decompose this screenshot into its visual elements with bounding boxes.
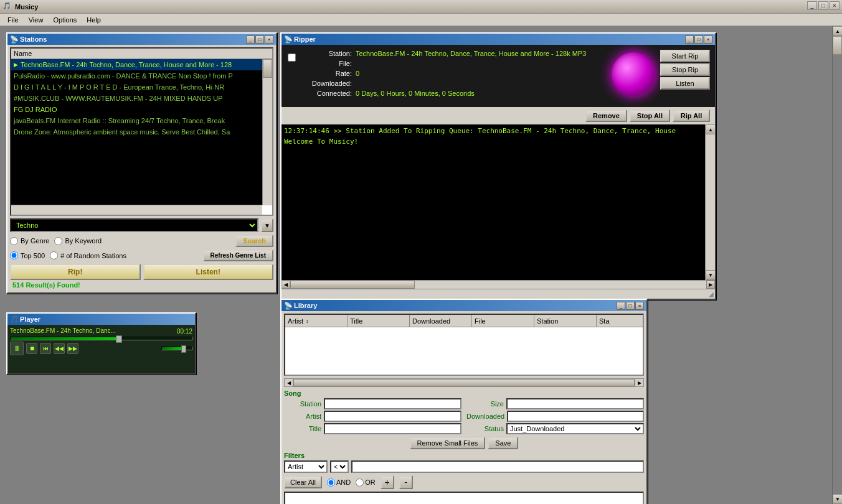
- station-value: TechnoBase.FM - 24h Techno, Dance, Tranc…: [356, 50, 586, 57]
- scroll-up-btn[interactable]: ▲: [706, 124, 715, 134]
- file-row-info: File:: [302, 60, 607, 67]
- h-scroll-left-btn[interactable]: ◀: [285, 379, 293, 386]
- library-restore[interactable]: □: [626, 302, 635, 310]
- stations-table-container: Name TechnoBase.FM - 24h Techno, Dance, …: [10, 47, 273, 216]
- player-fwd-btn[interactable]: ▶▶: [67, 343, 78, 354]
- save-btn[interactable]: Save: [488, 437, 518, 449]
- library-minimize[interactable]: _: [617, 302, 625, 310]
- station-row[interactable]: PulsRadio - www.pulsradio.com - DANCE & …: [11, 70, 272, 82]
- by-genre-label: By Genre: [21, 237, 49, 245]
- player-progress[interactable]: [10, 337, 192, 340]
- filter-text-area[interactable]: [284, 492, 644, 504]
- station-row[interactable]: javaBeats.FM Internet Radio :: Streaming…: [11, 115, 272, 126]
- col-sta[interactable]: Sta: [597, 315, 628, 327]
- ripper-minimize[interactable]: _: [685, 35, 694, 44]
- player-volume[interactable]: [161, 347, 192, 350]
- station-row[interactable]: Drone Zone: Atmospheric ambient space mu…: [11, 126, 272, 138]
- listen-button[interactable]: Listen!: [143, 264, 274, 280]
- downloaded-form-input[interactable]: [507, 411, 644, 422]
- filter-remove-btn[interactable]: -: [399, 475, 413, 489]
- menu-help[interactable]: Help: [82, 15, 106, 25]
- main-area: 📡 Stations _ □ × Name TechnoBase.FM - 24…: [0, 26, 842, 504]
- station-row[interactable]: D I G I T A L L Y - I M P O R T E D - Eu…: [11, 82, 272, 93]
- h-scroll-right-btn[interactable]: ▶: [635, 379, 643, 386]
- remove-small-files-btn[interactable]: Remove Small Files: [410, 437, 486, 449]
- player-prev-btn[interactable]: ⏮: [40, 343, 51, 354]
- h-scroll-right[interactable]: ▶: [706, 281, 715, 289]
- ripper-buttons: Start Rip Stop Rip Listen: [660, 50, 710, 90]
- rip-button[interactable]: Rip!: [10, 264, 141, 280]
- stop-rip-button[interactable]: Stop Rip: [660, 63, 710, 76]
- col-downloaded[interactable]: Downloaded: [410, 315, 472, 327]
- downloaded-form-row: Downloaded: [466, 411, 644, 422]
- ripper-close[interactable]: ×: [704, 35, 712, 44]
- or-radio-input[interactable]: [356, 478, 364, 487]
- library-title: Library: [294, 302, 617, 309]
- clear-all-btn[interactable]: Clear All: [284, 476, 322, 488]
- refresh-genre-button[interactable]: Refresh Genre List: [203, 250, 273, 261]
- ripper-window: 📡 Ripper _ □ × Station: TechnoBase.FM - …: [280, 32, 716, 300]
- top500-input[interactable]: [10, 251, 18, 259]
- stop-all-button[interactable]: Stop All: [630, 110, 670, 122]
- rate-label: Rate:: [302, 70, 352, 77]
- col-file[interactable]: File: [472, 315, 534, 327]
- menu-view[interactable]: View: [24, 15, 49, 25]
- stations-window: 📡 Stations _ □ × Name TechnoBase.FM - 24…: [6, 32, 277, 294]
- file-label: File:: [302, 60, 352, 67]
- genre-select[interactable]: Techno: [10, 218, 258, 232]
- player-volume-fill: [162, 347, 183, 350]
- start-rip-button[interactable]: Start Rip: [660, 50, 710, 62]
- remove-button[interactable]: Remove: [585, 110, 627, 122]
- radio-row: By Genre By Keyword Search: [10, 235, 273, 247]
- library-scrollbar-h[interactable]: ◀ ▶: [284, 378, 644, 387]
- title-form-input[interactable]: [324, 423, 461, 434]
- ripper-scrollbar-h[interactable]: ◀ ▶: [281, 280, 715, 289]
- stations-scrollbar-h[interactable]: [11, 205, 262, 215]
- filter-value-input[interactable]: [351, 460, 644, 473]
- filter-field-select[interactable]: Artist: [284, 460, 328, 473]
- stations-minimize[interactable]: _: [246, 35, 255, 44]
- by-genre-input[interactable]: [10, 237, 18, 245]
- player-pause-btn[interactable]: ⏸: [10, 342, 24, 355]
- scroll-down-btn[interactable]: ▼: [706, 270, 715, 280]
- size-form-input[interactable]: [506, 398, 644, 409]
- maximize-btn[interactable]: □: [818, 1, 828, 10]
- rs-up-btn[interactable]: ▲: [833, 26, 842, 36]
- col-artist[interactable]: Artist ↕: [285, 315, 348, 327]
- menu-file[interactable]: File: [2, 15, 24, 25]
- h-scroll-left[interactable]: ◀: [281, 281, 290, 289]
- rip-all-button[interactable]: Rip All: [673, 110, 710, 122]
- station-row[interactable]: FG DJ RADIO: [11, 104, 272, 115]
- ripper-listen-button[interactable]: Listen: [660, 77, 710, 90]
- filter-op-select[interactable]: <: [330, 460, 349, 473]
- station-form-input[interactable]: [324, 398, 461, 409]
- genre-dropdown-btn[interactable]: ▼: [261, 218, 273, 232]
- search-button[interactable]: Search: [235, 235, 273, 247]
- stations-close[interactable]: ×: [265, 35, 273, 44]
- stations-maximize[interactable]: □: [255, 35, 264, 44]
- close-btn[interactable]: ×: [830, 1, 840, 10]
- rs-down-btn[interactable]: ▼: [833, 494, 842, 504]
- minimize-btn[interactable]: _: [807, 1, 817, 10]
- status-form-select[interactable]: Just_Downloaded: [506, 423, 644, 434]
- stations-scrollbar-v[interactable]: [262, 59, 272, 205]
- ripper-content: Station: TechnoBase.FM - 24h Techno, Dan…: [281, 45, 715, 299]
- library-table-header: Artist ↕ Title Downloaded File Station: [285, 315, 643, 327]
- ripper-checkbox[interactable]: [288, 54, 296, 62]
- player-rew-btn[interactable]: ◀◀: [54, 343, 65, 354]
- ripper-maximize[interactable]: □: [694, 35, 703, 44]
- artist-form-input[interactable]: [324, 411, 461, 422]
- station-row[interactable]: #MUSIK.CLUB - WWW.RAUTEMUSIK.FM - 24H MI…: [11, 93, 272, 104]
- by-keyword-input[interactable]: [54, 237, 62, 245]
- col-station[interactable]: Station: [534, 315, 597, 327]
- menu-options[interactable]: Options: [48, 15, 82, 25]
- station-row[interactable]: TechnoBase.FM - 24h Techno, Dance, Tranc…: [11, 59, 272, 70]
- and-radio-input[interactable]: [327, 478, 335, 487]
- player-stop-btn[interactable]: ⏹: [26, 343, 37, 354]
- ripper-scrollbar-v[interactable]: ▲ ▼: [705, 124, 715, 280]
- right-scrollbar[interactable]: ▲ ▼: [832, 26, 842, 504]
- col-title[interactable]: Title: [348, 315, 410, 327]
- library-close[interactable]: ×: [635, 302, 644, 310]
- random-input[interactable]: [50, 251, 58, 259]
- filter-add-btn[interactable]: +: [381, 475, 394, 489]
